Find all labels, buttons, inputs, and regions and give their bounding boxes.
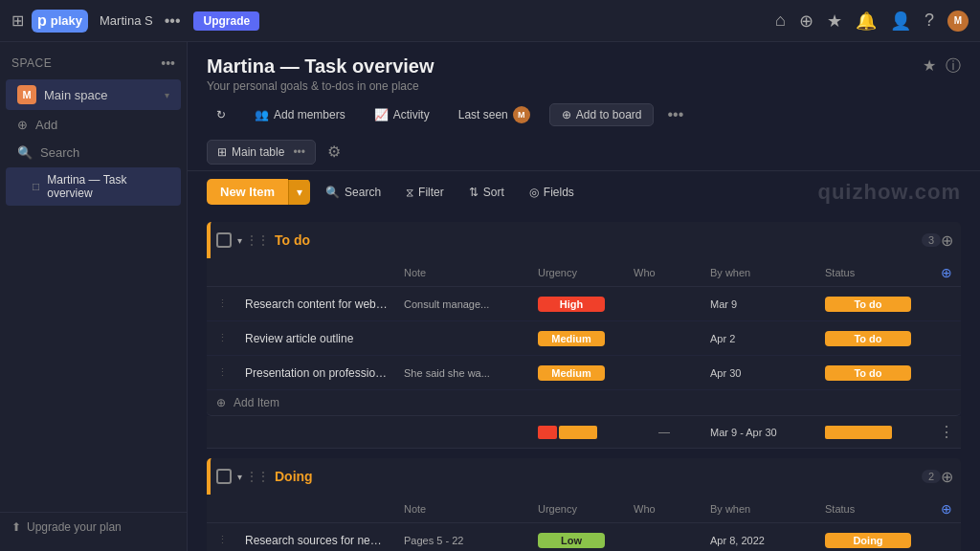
last-seen-label: Last seen [458, 108, 508, 121]
sort-button[interactable]: ⇅ Sort [459, 181, 514, 204]
new-item-dropdown-button[interactable]: ▾ [288, 180, 310, 205]
sidebar-space-label: Space [11, 56, 52, 70]
row-task-cell: Research content for webinar [237, 298, 396, 311]
upgrade-icon: ⬆ [11, 520, 21, 534]
col-status-header: Status [817, 267, 932, 278]
upgrade-button[interactable]: Upgrade [193, 11, 259, 31]
help-icon[interactable]: ? [924, 11, 934, 31]
sidebar-item-main-space[interactable]: M Main space ▾ [6, 79, 181, 110]
new-item-main-button[interactable]: New Item [207, 179, 288, 205]
row-task-cell: Review article outline [237, 332, 396, 345]
settings-button[interactable]: ⚙ [322, 139, 346, 165]
search-icon: 🔍 [17, 145, 33, 160]
page-info-icon[interactable]: ⓘ [946, 56, 961, 77]
table-row[interactable]: ⋮ Research content for webinar Consult m… [207, 287, 961, 321]
sidebar-more-icon[interactable]: ••• [161, 55, 175, 71]
add-members-button[interactable]: 👥 Add members [245, 104, 355, 125]
row-note-cell: Consult manage... [396, 298, 530, 310]
search-label: Search [40, 145, 79, 160]
group-todo-checkbox[interactable] [216, 232, 232, 248]
fields-button[interactable]: ◎ Fields [520, 181, 584, 204]
group-doing: ▾ ⋮⋮ Doing 2 ⊕ Note Urgency Who By when … [207, 458, 961, 551]
col-add-header[interactable]: ⊕ [932, 265, 961, 280]
last-seen-button[interactable]: Last seen M [449, 102, 540, 127]
row-task-cell: Presentation on professional communicati… [237, 366, 396, 380]
add-to-board-button[interactable]: ⊕ Add to board [549, 103, 655, 126]
table-area: ▾ ⋮⋮ To do 3 ⊕ Note Urgency Who By when … [188, 212, 980, 551]
search-bar-label: Search [345, 186, 381, 199]
group-todo-name: To do [275, 232, 914, 248]
table-tab-more-icon[interactable]: ••• [293, 145, 305, 159]
add-item-row[interactable]: ⊕ Add Item [207, 390, 961, 416]
page-label: Martina — Task overview [47, 173, 167, 200]
group-doing-checkbox[interactable] [216, 469, 232, 484]
row-urgency-cell: Medium [530, 331, 626, 346]
group-todo-drag-icon: ⋮⋮ [246, 233, 269, 247]
summary-row: — Mar 9 - Apr 30 ⋮ [207, 416, 961, 449]
add-icon: ⊕ [17, 118, 28, 132]
nav-right: ⌂ ⊕ ★ 🔔 👤 ? M [775, 11, 969, 32]
sidebar-add-action[interactable]: ⊕ Add [6, 112, 181, 138]
group-todo-chevron-icon[interactable]: ▾ [237, 235, 242, 246]
globe-icon[interactable]: ⊕ [799, 11, 813, 32]
grid-icon[interactable]: ⊞ [11, 11, 24, 30]
row-bywhen-cell: Mar 9 [702, 298, 817, 310]
main-table-tab[interactable]: ⊞ Main table ••• [207, 140, 316, 165]
row-status-cell: To do [817, 331, 932, 346]
app-logo[interactable]: p plaky [32, 10, 88, 33]
table-row[interactable]: ⋮ Presentation on professional communica… [207, 356, 961, 390]
filter-button[interactable]: ⧖ Filter [396, 181, 454, 204]
activity-label: Activity [393, 108, 430, 121]
sidebar-upgrade-plan[interactable]: ⬆ Upgrade your plan [0, 512, 187, 541]
space-name-label: Main space [44, 88, 157, 102]
bell-icon[interactable]: 🔔 [856, 11, 877, 32]
row-urgency-cell: Medium [530, 365, 626, 381]
page-title-icons: ★ ⓘ [923, 56, 961, 77]
row-status-cell: Doing [817, 533, 932, 548]
group-doing-chevron-icon[interactable]: ▾ [237, 472, 242, 482]
search-bar-button[interactable]: 🔍 Search [316, 181, 390, 204]
refresh-button[interactable]: ↻ [207, 104, 235, 125]
home-icon[interactable]: ⌂ [775, 11, 786, 31]
col-urgency-header: Urgency [530, 267, 626, 278]
summary-urgency-bar [530, 426, 626, 439]
add-label: Add [35, 118, 57, 132]
sidebar-search-action[interactable]: 🔍 Search [6, 140, 181, 165]
row-task-cell: Research sources for new article [237, 534, 396, 547]
group-todo: ▾ ⋮⋮ To do 3 ⊕ Note Urgency Who By when … [207, 222, 961, 449]
group-todo-add-icon[interactable]: ⊕ [941, 231, 953, 250]
avatar[interactable]: M [947, 11, 969, 32]
group-doing-header: ▾ ⋮⋮ Doing 2 ⊕ [207, 458, 961, 495]
group-doing-add-icon[interactable]: ⊕ [941, 468, 953, 486]
user-icon[interactable]: 👤 [890, 11, 911, 32]
col-doing-status-header: Status [817, 503, 932, 515]
page-subtitle: Your personal goals & to-dos in one plac… [207, 79, 961, 93]
table-tab-label: Main table [232, 145, 284, 159]
row-note-cell: She said she wa... [396, 367, 530, 379]
page-title-row: Martina — Task overview ★ ⓘ [207, 55, 961, 77]
page-actions: ↻ 👥 Add members 📈 Activity Last seen M ⊕… [207, 102, 961, 133]
col-note-header: Note [396, 267, 530, 278]
fields-label: Fields [544, 186, 574, 199]
status-badge: Doing [825, 533, 911, 548]
col-doing-urgency-header: Urgency [530, 503, 626, 515]
table-row[interactable]: ⋮ Research sources for new article Pages… [207, 523, 961, 551]
star-nav-icon[interactable]: ★ [827, 11, 842, 32]
status-badge: To do [825, 331, 911, 346]
status-todo-seg [825, 426, 892, 439]
sidebar-page-task-overview[interactable]: □ Martina — Task overview [6, 167, 181, 206]
activity-button[interactable]: 📈 Activity [365, 104, 439, 125]
user-more-icon[interactable]: ••• [165, 12, 181, 30]
page-star-icon[interactable]: ★ [923, 56, 936, 77]
row-bywhen-cell: Apr 30 [702, 367, 817, 379]
summary-date: Mar 9 - Apr 30 [702, 427, 817, 438]
sidebar: Space ••• M Main space ▾ ⊕ Add 🔍 Search … [0, 42, 188, 551]
summary-more-icon[interactable]: ⋮ [932, 423, 961, 441]
table-row[interactable]: ⋮ Review article outline Medium Apr 2 To… [207, 321, 961, 356]
upgrade-plan-label: Upgrade your plan [27, 520, 122, 534]
space-initial-icon: M [17, 85, 36, 104]
filter-icon: ⧖ [406, 186, 413, 199]
page-actions-more-button[interactable]: ••• [663, 102, 687, 127]
page-header: Martina — Task overview ★ ⓘ Your persona… [188, 42, 980, 133]
fields-icon: ◎ [529, 186, 539, 199]
